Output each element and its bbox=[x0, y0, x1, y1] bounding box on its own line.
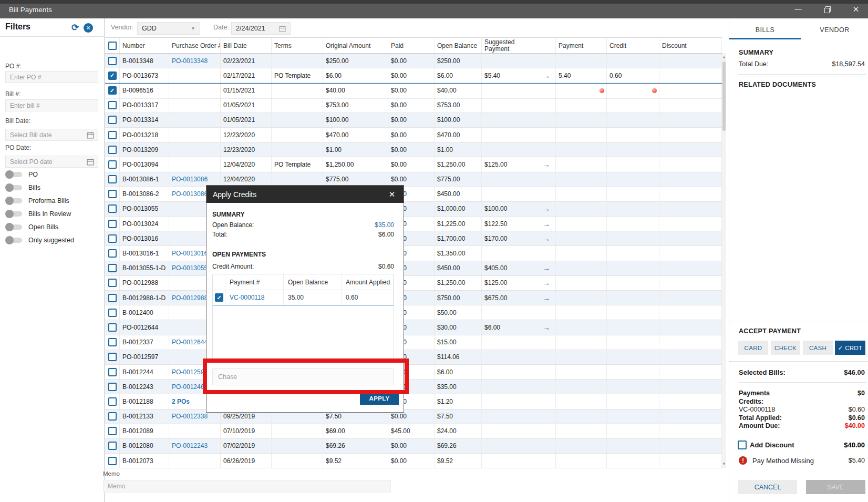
cell-payment[interactable] bbox=[556, 276, 607, 290]
cell-credit[interactable] bbox=[607, 217, 659, 231]
table-row[interactable]: PO-0012644$0.00$30.00$6.00→ bbox=[105, 320, 722, 335]
table-row[interactable]: PO-0013055$0.00$1,000.00$100.00→ bbox=[105, 202, 722, 217]
purchase-order-link[interactable]: PO-0012243 bbox=[172, 442, 208, 449]
cancel-button[interactable]: CANCEL bbox=[738, 480, 797, 494]
row-checkbox[interactable] bbox=[108, 101, 117, 109]
modal-cell-amount-applied[interactable]: 0.60 bbox=[342, 290, 394, 305]
cell-discount[interactable] bbox=[659, 261, 722, 275]
cell-discount[interactable] bbox=[659, 231, 722, 245]
cell-payment[interactable] bbox=[556, 380, 607, 394]
cell-payment[interactable] bbox=[556, 365, 607, 379]
row-checkbox[interactable] bbox=[108, 427, 117, 435]
filter-bill-input[interactable]: Enter bill # bbox=[5, 99, 98, 111]
table-row[interactable]: B-0012988-1-DPO-0012988$0.00$750.00$675.… bbox=[105, 291, 722, 305]
cell-payment[interactable] bbox=[556, 439, 607, 453]
toggle-switch[interactable] bbox=[5, 170, 23, 179]
table-scrollbar[interactable]: ▲ ▼ bbox=[722, 53, 726, 468]
table-row[interactable]: B-001208907/10/2019$69.00$45.00$24.00 bbox=[105, 424, 722, 439]
row-checkbox[interactable] bbox=[108, 353, 117, 361]
cell-credit[interactable] bbox=[607, 84, 659, 97]
cell-credit[interactable] bbox=[607, 291, 659, 305]
cell-payment[interactable] bbox=[556, 261, 607, 275]
row-checkbox[interactable] bbox=[108, 160, 117, 169]
table-row[interactable]: B-0012243PO-0012466$0.00$35.00 bbox=[105, 380, 722, 394]
memo-input[interactable]: Memo bbox=[103, 480, 391, 493]
vendor-select[interactable]: GDD ▼ bbox=[137, 22, 200, 35]
row-checkbox[interactable] bbox=[108, 220, 117, 228]
toggle-bills-in-review[interactable]: Bills In Review bbox=[5, 210, 71, 218]
cell-credit[interactable] bbox=[607, 394, 659, 408]
cell-discount[interactable] bbox=[659, 54, 722, 68]
table-row[interactable]: B-0012400$0.00$50.00 bbox=[105, 305, 722, 320]
cell-discount[interactable] bbox=[659, 98, 722, 112]
cell-payment[interactable] bbox=[556, 187, 607, 201]
toggle-switch[interactable] bbox=[5, 223, 23, 231]
cell-discount[interactable] bbox=[659, 217, 722, 231]
tab-vendor[interactable]: VENDOR bbox=[801, 25, 868, 35]
select-all-checkbox[interactable] bbox=[108, 42, 117, 50]
scroll-up-icon[interactable]: ▲ bbox=[722, 55, 726, 59]
cell-payment[interactable] bbox=[556, 157, 607, 171]
purchase-order-link[interactable]: PO-0013086 bbox=[172, 176, 208, 183]
purchase-order-link[interactable]: PO-0012988 bbox=[172, 294, 208, 302]
pay-method-cash-button[interactable]: CASH bbox=[803, 341, 833, 355]
table-row[interactable]: B-0012080PO-001224307/02/2019$69.26$0.00… bbox=[105, 439, 722, 454]
cell-discount[interactable] bbox=[659, 157, 722, 171]
restore-button[interactable] bbox=[815, 0, 839, 18]
cell-discount[interactable] bbox=[659, 142, 722, 157]
scrollbar-thumb[interactable] bbox=[722, 62, 726, 131]
row-checkbox[interactable] bbox=[108, 234, 117, 243]
table-row[interactable]: B-0013055-1-DPO-0013055$0.00$450.00$405.… bbox=[105, 261, 722, 276]
cell-credit[interactable] bbox=[607, 305, 659, 320]
table-row[interactable]: ✓B-009651601/15/2021$40.00$0.00$40.00 bbox=[105, 83, 722, 98]
cell-credit[interactable] bbox=[607, 246, 659, 260]
toggle-switch[interactable] bbox=[5, 236, 23, 244]
cell-payment[interactable]: 5.40 bbox=[556, 68, 607, 83]
cell-credit[interactable] bbox=[607, 113, 659, 127]
cell-credit[interactable] bbox=[607, 454, 659, 468]
cell-credit[interactable] bbox=[607, 320, 659, 334]
cell-discount[interactable] bbox=[659, 394, 722, 408]
apply-suggested-arrow-icon[interactable]: → bbox=[543, 71, 550, 80]
cell-credit[interactable] bbox=[607, 276, 659, 290]
toggle-open-bills[interactable]: Open Bills bbox=[5, 223, 58, 231]
table-row[interactable]: B-001207306/26/2019$9.52$0.00$9.52 bbox=[105, 454, 722, 468]
table-row[interactable]: B-0013086-2PO-0013086$0.00$450.00 bbox=[105, 187, 722, 202]
purchase-order-link[interactable]: PO-0013055 bbox=[172, 264, 208, 272]
cell-discount[interactable] bbox=[659, 84, 722, 97]
table-row[interactable]: PO-001320912/23/2020$1.00$0.00$1.00 bbox=[105, 142, 722, 157]
table-row[interactable]: PO-0013024$0.00$1,225.00$122.50→ bbox=[105, 217, 722, 231]
table-row[interactable]: B-0013016-1PO-0013016$0.00$1,350.00 bbox=[105, 246, 722, 261]
row-checkbox[interactable] bbox=[108, 279, 117, 287]
toggle-switch[interactable] bbox=[5, 197, 23, 205]
apply-suggested-arrow-icon[interactable]: → bbox=[543, 204, 550, 213]
row-checkbox[interactable] bbox=[108, 116, 117, 124]
minimize-button[interactable]: — bbox=[786, 0, 810, 18]
table-row[interactable]: ✓PO-001367302/17/2021PO Template$6.00$0.… bbox=[105, 68, 722, 83]
pay-method-check-button[interactable]: CHECK bbox=[771, 341, 800, 355]
cell-credit[interactable] bbox=[607, 409, 659, 424]
cell-discount[interactable] bbox=[659, 291, 722, 305]
toggle-only-suggested[interactable]: Only suggested bbox=[5, 236, 74, 244]
row-checkbox[interactable]: ✓ bbox=[108, 86, 117, 95]
table-row[interactable]: PO-001309412/04/2020PO Template$1,250.00… bbox=[105, 157, 722, 172]
table-row[interactable]: PO-001321812/23/2020$470.00$0.00$470.00 bbox=[105, 128, 722, 142]
cell-credit[interactable] bbox=[607, 231, 659, 245]
cell-discount[interactable] bbox=[659, 128, 722, 142]
cell-payment[interactable] bbox=[556, 202, 607, 216]
cell-discount[interactable] bbox=[659, 68, 722, 83]
cell-credit[interactable] bbox=[607, 424, 659, 438]
cell-discount[interactable] bbox=[659, 350, 722, 364]
cell-discount[interactable] bbox=[659, 439, 722, 453]
cell-payment[interactable] bbox=[556, 394, 607, 408]
cell-discount[interactable] bbox=[659, 202, 722, 216]
payment-link[interactable]: VC-0000118 bbox=[230, 294, 265, 301]
cell-payment[interactable] bbox=[556, 84, 607, 97]
cell-discount[interactable] bbox=[659, 409, 722, 424]
cell-discount[interactable] bbox=[659, 172, 722, 187]
table-row[interactable]: PO-0013016$0.00$1,700.00$170.00→ bbox=[105, 231, 722, 246]
table-row[interactable]: PO-001331701/05/2021$753.00$0.00$753.00 bbox=[105, 98, 722, 113]
row-checkbox[interactable] bbox=[108, 309, 117, 317]
cell-payment[interactable] bbox=[556, 142, 607, 157]
cell-discount[interactable] bbox=[659, 454, 722, 468]
